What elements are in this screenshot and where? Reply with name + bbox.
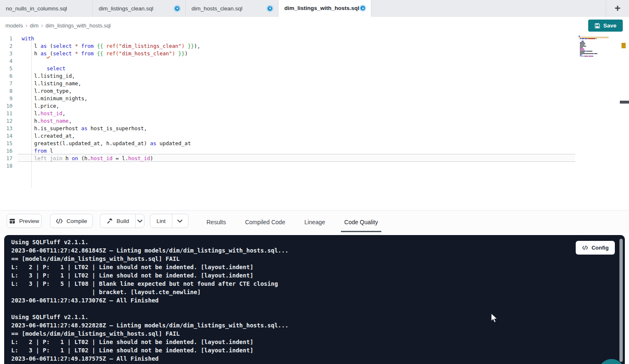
build-button-label: Build [117, 218, 129, 224]
code-line[interactable]: l.room_type, [22, 87, 200, 95]
build-dropdown-button[interactable] [135, 214, 144, 228]
minimap-line [579, 51, 609, 52]
breadcrumb-item[interactable]: dim [30, 22, 39, 29]
minimap-line [579, 45, 609, 45]
file-tab-dim_listings_with_hosts[interactable]: dim_listings_with_hosts.sql [278, 0, 371, 17]
file-tab-label: dim_hosts_clean.sql [191, 5, 242, 12]
lint-button-label: Lint [157, 218, 166, 224]
file-tab-dim_hosts_clean[interactable]: dim_hosts_clean.sql [186, 0, 278, 17]
unsaved-dot-icon [360, 6, 365, 10]
code-line[interactable]: l.created_at, [22, 132, 200, 140]
panel-tab-results[interactable]: Results [203, 212, 229, 232]
code-line[interactable]: h.host_name, [22, 117, 200, 125]
code-line[interactable]: greatest(l.updated_at, h.updated_at) as … [22, 140, 200, 147]
new-tab-button[interactable]: + [606, 0, 629, 17]
unsaved-dot-icon [175, 6, 179, 11]
build-split-button: Build [100, 214, 144, 228]
build-button[interactable]: Build [100, 214, 135, 228]
minimap-line [579, 40, 609, 40]
chevron-down-icon [177, 220, 182, 223]
file-tab-no_nulls_in_columns[interactable]: no_nulls_in_columns.sql [0, 0, 93, 17]
breadcrumb: models›dim›dim_listings_with_hosts.sql [5, 22, 111, 29]
code-line[interactable]: with [22, 35, 200, 42]
file-header-row: models›dim›dim_listings_with_hosts.sql S… [0, 17, 629, 34]
code-line[interactable]: l.minimum_nights, [22, 95, 200, 102]
minimap-highlight [579, 37, 609, 38]
code-line[interactable]: left join h on (h.host_id = l.host_id) [22, 155, 200, 162]
line-number-gutter: 123456789101112131415161718 [0, 35, 17, 170]
code-line[interactable]: h as (select * from {{ ref("dim_hosts_cl… [22, 50, 200, 57]
file-tab-dim_listings_clean[interactable]: dim_listings_clean.sql [93, 0, 186, 17]
config-button-label: Config [592, 245, 609, 251]
overview-ruler-cursor-marker [620, 101, 629, 104]
code-brackets-icon [582, 245, 588, 250]
overview-ruler-warning-marker [622, 43, 626, 48]
mouse-cursor [490, 313, 500, 325]
code-line[interactable]: l.listing_name, [22, 80, 200, 87]
preview-button[interactable]: Preview [7, 214, 42, 228]
unsaved-dot-icon [268, 6, 272, 11]
config-button[interactable]: Config [576, 241, 615, 255]
minimap-line [579, 53, 609, 54]
code-line[interactable] [22, 162, 200, 170]
minimap-line [579, 47, 609, 48]
minimap-line [579, 46, 609, 47]
code-line[interactable]: l as (select * from {{ ref("dim_listings… [22, 42, 200, 50]
code-line[interactable]: l.price, [22, 102, 200, 110]
minimap-line [579, 38, 609, 39]
terminal-output-panel[interactable]: Using SQLFluff v2.1.1. 2023-06-06T11:27:… [4, 235, 625, 364]
compile-button-label: Compile [67, 218, 87, 224]
lint-dropdown-button[interactable] [172, 214, 187, 228]
file-tab-label: no_nulls_in_columns.sql [6, 5, 67, 12]
preview-button-label: Preview [19, 218, 39, 224]
code-line[interactable] [22, 57, 200, 65]
minimap-line [579, 57, 609, 58]
dbt-cloud-ide: no_nulls_in_columns.sqldim_listings_clea… [0, 0, 629, 364]
breadcrumb-separator: › [41, 22, 43, 29]
minimap-line [579, 50, 609, 50]
code-brackets-icon [56, 218, 63, 224]
code-line[interactable]: h.is_superhost as host_is_superhost, [22, 125, 200, 132]
action-toolbar: Preview Compile Build [0, 210, 629, 233]
table-grid-icon [9, 218, 15, 224]
breadcrumb-item[interactable]: models [5, 22, 23, 29]
code-line[interactable]: from l [22, 147, 200, 155]
minimap-line [579, 54, 609, 55]
chevron-down-icon [137, 220, 142, 223]
compile-button[interactable]: Compile [50, 214, 93, 228]
panel-tab-lineage[interactable]: Lineage [301, 212, 328, 232]
panel-tab-compiled-code[interactable]: Compiled Code [242, 212, 289, 232]
minimap-line [579, 43, 609, 44]
code-line[interactable]: l.host_id, [22, 110, 200, 117]
lint-log-text: Using SQLFluff v2.1.1. 2023-06-06T11:27:… [11, 238, 288, 363]
result-panel-tabs: ResultsCompiled CodeLineageCode Quality [203, 210, 381, 233]
file-tab-label: dim_listings_with_hosts.sql [284, 5, 359, 11]
floppy-disk-icon [594, 23, 600, 29]
save-button-label: Save [603, 22, 617, 29]
editor-tab-bar: no_nulls_in_columns.sqldim_listings_clea… [0, 0, 629, 17]
editor-minimap[interactable] [579, 36, 609, 58]
code-line[interactable]: select [22, 65, 200, 72]
code-editor[interactable]: 123456789101112131415161718 with l as (s… [0, 34, 629, 210]
hammer-icon [107, 218, 113, 224]
file-tab-label: dim_listings_clean.sql [99, 5, 153, 12]
minimap-line [579, 48, 609, 49]
lint-split-button: Lint [150, 214, 189, 228]
terminal-scrollbar[interactable] [619, 239, 623, 362]
minimap-line [579, 52, 609, 53]
code-lines[interactable]: with l as (select * from {{ ref("dim_lis… [22, 35, 200, 170]
minimap-line [579, 42, 609, 43]
save-button[interactable]: Save [588, 20, 623, 32]
panel-tab-code-quality[interactable]: Code Quality [341, 212, 381, 232]
breadcrumb-item[interactable]: dim_listings_with_hosts.sql [45, 22, 111, 29]
lint-button[interactable]: Lint [150, 214, 172, 228]
minimap-line [579, 41, 609, 42]
code-line[interactable]: l.listing_id, [22, 72, 200, 80]
minimap-line [579, 56, 609, 57]
breadcrumb-separator: › [25, 22, 27, 29]
